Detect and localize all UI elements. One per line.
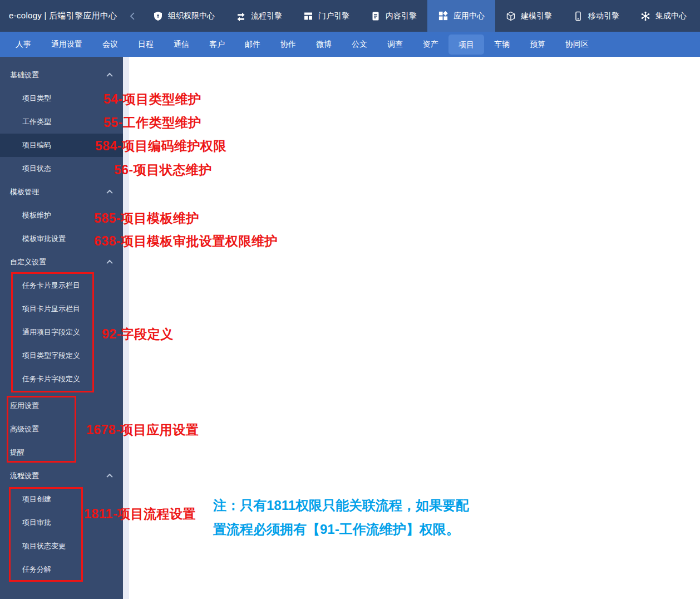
sidebar-item-label: 项目创建 xyxy=(22,494,51,504)
top-nav-item-mobile-engine[interactable]: 移动引擎 xyxy=(563,0,630,32)
sidebar-item-label: 项目类型字段定义 xyxy=(22,351,80,361)
sidebar-item-app-settings[interactable]: 应用设置 xyxy=(0,394,123,418)
sidebar-item-task-breakdown[interactable]: 任务分解 xyxy=(0,558,123,581)
red-annotation-585: 585-项目模板维护 xyxy=(94,210,199,227)
sidebar-header-template-mgmt[interactable]: 模板管理 xyxy=(0,180,123,204)
flow-arrows-icon xyxy=(236,11,246,21)
sidebar-item-task-card-fields[interactable]: 任务卡片字段定义 xyxy=(0,367,123,391)
chevron-up-icon xyxy=(106,190,112,196)
sidebar-item-project-status-change[interactable]: 项目状态变更 xyxy=(0,534,123,558)
note-line-1: 注：只有1811权限只能关联流程，如果要配 xyxy=(213,493,469,517)
document-icon xyxy=(371,11,381,21)
top-nav-item-workflow-engine[interactable]: 流程引擎 xyxy=(225,0,293,32)
sidebar-header-label: 模板管理 xyxy=(10,187,39,197)
sidebar-header-workflow-settings[interactable]: 流程设置 xyxy=(0,464,123,488)
sidebar-header-label: 自定义设置 xyxy=(10,257,46,267)
red-annotation-1678: 1678-项目应用设置 xyxy=(86,421,199,439)
red-annotation-54: 54-项目类型维护 xyxy=(103,91,201,108)
chevron-up-icon xyxy=(106,474,112,480)
sidebar-item-label: 项目状态 xyxy=(22,164,51,174)
app-header: e-cology | 后端引擎应用中心 组织权限中心 流程引擎 门户引擎 xyxy=(0,0,700,32)
sub-nav-item-vehicle[interactable]: 车辆 xyxy=(484,32,520,57)
sub-nav-item-project[interactable]: 项目 xyxy=(448,35,484,55)
sidebar-item-label: 模板维护 xyxy=(22,210,51,220)
red-annotation-638: 638-项目模板审批设置权限维护 xyxy=(94,233,278,250)
sub-nav-item-general-settings[interactable]: 通用设置 xyxy=(41,32,92,57)
sidebar-item-project-type-fields[interactable]: 项目类型字段定义 xyxy=(0,344,123,367)
note-text: 注：只有1811权限只能关联流程，如果要配 置流程必须拥有【91-工作流维护】权… xyxy=(213,493,469,541)
chevron-up-icon xyxy=(106,260,112,266)
shield-icon xyxy=(153,11,163,21)
sidebar-header-custom-settings[interactable]: 自定义设置 xyxy=(0,251,123,274)
note-line-2: 置流程必须拥有【91-工作流维护】权限。 xyxy=(213,517,469,541)
integration-hub-icon xyxy=(640,11,650,21)
chevron-up-icon xyxy=(106,73,112,79)
sub-nav-item-asset[interactable]: 资产 xyxy=(413,32,448,57)
top-nav-item-content-engine[interactable]: 内容引擎 xyxy=(360,0,427,32)
chevron-left-icon xyxy=(130,12,135,21)
sidebar-item-task-card-columns[interactable]: 任务卡片显示栏目 xyxy=(0,274,123,297)
module-nav: 人事 通用设置 会议 日程 通信 客户 邮件 协作 微博 公文 调查 资产 项目… xyxy=(0,32,700,57)
red-annotation-1811: 1811-项目流程设置 xyxy=(84,505,196,523)
sidebar-item-label: 任务分解 xyxy=(22,564,51,575)
top-nav-label: 流程引擎 xyxy=(251,11,282,21)
app-logo: e-cology | 后端引擎应用中心 xyxy=(0,0,122,32)
sub-nav-item-hr[interactable]: 人事 xyxy=(6,32,41,57)
red-annotation-56: 56-项目状态维护 xyxy=(114,161,212,179)
sub-nav-item-official-doc[interactable]: 公文 xyxy=(342,32,377,57)
sub-nav-item-customer[interactable]: 客户 xyxy=(199,32,235,57)
sidebar-item-label: 应用设置 xyxy=(10,401,39,411)
top-nav-label: 组织权限中心 xyxy=(168,11,215,21)
sidebar-item-label: 模板审批设置 xyxy=(22,234,66,244)
top-nav-label: 门户引擎 xyxy=(318,11,349,21)
red-annotation-584: 584-项目编码维护权限 xyxy=(95,138,226,155)
sidebar-item-label: 项目编码 xyxy=(22,140,51,150)
top-nav-item-app-center[interactable]: 应用中心 xyxy=(427,0,495,32)
sidebar-header-label: 流程设置 xyxy=(10,471,39,481)
red-annotation-55: 55-工作类型维护 xyxy=(103,114,201,131)
sub-nav-item-survey[interactable]: 调查 xyxy=(377,32,413,57)
top-nav-item-org-permission-center[interactable]: 组织权限中心 xyxy=(142,0,225,32)
sidebar-item-label: 工作类型 xyxy=(22,117,51,127)
sub-nav-item-schedule[interactable]: 日程 xyxy=(128,32,164,57)
top-nav: 组织权限中心 流程引擎 门户引擎 内容引擎 应用中心 xyxy=(142,0,697,32)
top-nav-label: 应用中心 xyxy=(453,11,485,21)
sub-nav-item-email[interactable]: 邮件 xyxy=(235,32,270,57)
sub-nav-item-communication[interactable]: 通信 xyxy=(164,32,199,57)
app-grid-icon xyxy=(438,11,448,21)
collapse-sidebar-button[interactable] xyxy=(122,0,142,32)
top-nav-label: 移动引擎 xyxy=(588,11,619,21)
sidebar-item-project-card-columns[interactable]: 项目卡片显示栏目 xyxy=(0,297,123,321)
red-annotation-92: 92-字段定义 xyxy=(102,326,174,343)
top-nav-item-modeling-engine[interactable]: 建模引擎 xyxy=(495,0,563,32)
top-nav-label: 内容引擎 xyxy=(386,11,417,21)
sidebar-item-label: 项目卡片显示栏目 xyxy=(22,304,80,314)
sidebar-item-label: 任务卡片字段定义 xyxy=(22,374,80,384)
top-nav-label: 集成中心 xyxy=(655,11,687,21)
portal-layout-icon xyxy=(303,11,313,21)
sidebar-item-label: 通用项目字段定义 xyxy=(22,327,80,337)
sub-nav-item-collaboration[interactable]: 协作 xyxy=(270,32,306,57)
top-nav-label: 建模引擎 xyxy=(521,11,552,21)
sidebar-item-reminder[interactable]: 提醒 xyxy=(0,441,123,464)
sidebar-item-label: 项目审批 xyxy=(22,518,51,528)
sidebar-item-label: 高级设置 xyxy=(10,424,39,434)
sidebar-item-label: 项目类型 xyxy=(22,94,51,104)
sub-nav-item-collab-zone[interactable]: 协同区 xyxy=(555,32,599,57)
cube-icon xyxy=(506,11,516,21)
sidebar-header-basic-settings[interactable]: 基础设置 xyxy=(0,63,123,87)
sub-nav-item-budget[interactable]: 预算 xyxy=(520,32,555,57)
top-nav-item-integration-center[interactable]: 集成中心 xyxy=(630,0,697,32)
sub-nav-item-meeting[interactable]: 会议 xyxy=(92,32,128,57)
sidebar-item-label: 提醒 xyxy=(10,448,24,458)
sidebar-item-label: 项目状态变更 xyxy=(22,541,66,551)
sidebar-header-label: 基础设置 xyxy=(10,70,39,80)
sidebar-item-project-status[interactable]: 项目状态 xyxy=(0,157,123,180)
mobile-phone-icon xyxy=(573,11,583,21)
sub-nav-item-weibo[interactable]: 微博 xyxy=(306,32,342,57)
sidebar-item-label: 任务卡片显示栏目 xyxy=(22,281,80,291)
top-nav-item-portal-engine[interactable]: 门户引擎 xyxy=(293,0,360,32)
